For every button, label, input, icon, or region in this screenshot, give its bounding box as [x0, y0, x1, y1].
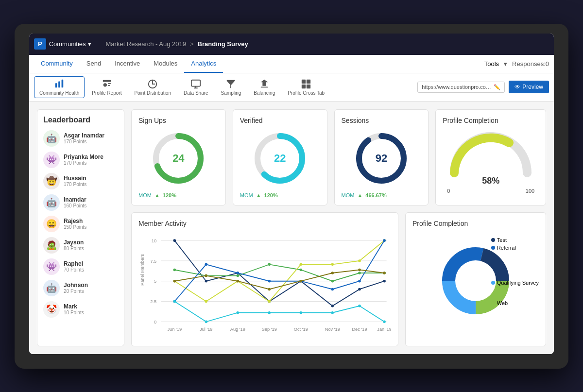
- svg-point-72: [205, 274, 208, 277]
- signups-value: 24: [172, 152, 184, 165]
- svg-point-82: [268, 311, 271, 314]
- avatar: 🤡: [43, 301, 60, 318]
- member-activity-card: Member Activity 10 7.: [131, 212, 398, 346]
- leader-name: Jayson: [64, 239, 118, 246]
- svg-text:Sep '19: Sep '19: [262, 326, 277, 331]
- eye-icon: 👁: [514, 84, 520, 90]
- gauge-wrap: 58% 0 100: [447, 129, 534, 178]
- leader-info: Hussain 170 Points: [64, 175, 118, 187]
- verified-card: Verified 22 MOM: [233, 109, 327, 205]
- tool-sampling[interactable]: Sampling: [216, 76, 247, 98]
- leader-points: 20 Points: [64, 289, 118, 294]
- communities-button[interactable]: Communities ▾: [49, 40, 91, 48]
- svg-rect-13: [307, 84, 310, 88]
- leader-name: Asgar Inamdar: [64, 132, 118, 139]
- bottom-row: Member Activity 10 7.: [131, 212, 546, 346]
- svg-text:Dec '19: Dec '19: [352, 326, 367, 331]
- activity-title: Member Activity: [138, 220, 391, 227]
- breadcrumb-item-2: Branding Survey: [198, 40, 248, 48]
- sessions-title: Sessions: [342, 117, 422, 124]
- svg-point-49: [237, 274, 240, 277]
- leader-info: Inamdar 160 Points: [64, 196, 118, 208]
- svg-rect-0: [55, 83, 57, 87]
- svg-rect-8: [191, 80, 200, 86]
- svg-point-84: [331, 311, 334, 314]
- profile-pie-card: Profile Completion: [405, 212, 546, 346]
- legend-test: Test: [491, 237, 539, 243]
- svg-point-61: [358, 259, 361, 262]
- laptop-screen: P Communities ▾ Market Research - Aug 20…: [29, 34, 554, 354]
- breadcrumb-item-1[interactable]: Market Research - Aug 2019: [106, 40, 186, 48]
- nav-incentive[interactable]: Incentive: [108, 54, 147, 73]
- svg-rect-12: [302, 84, 306, 88]
- svg-point-47: [173, 268, 176, 271]
- tool-community-health[interactable]: Community Health: [34, 76, 85, 98]
- svg-point-74: [268, 288, 271, 290]
- svg-point-44: [331, 305, 334, 307]
- tools-button[interactable]: Tools: [484, 60, 499, 68]
- leader-points: 170 Points: [64, 182, 118, 187]
- svg-text:Aug '19: Aug '19: [230, 326, 245, 331]
- list-item: 🤖 Asgar Inamdar 170 Points: [43, 130, 118, 147]
- svg-point-85: [358, 305, 361, 307]
- tool-point-distribution[interactable]: Point Distribution: [129, 76, 176, 98]
- svg-point-64: [205, 263, 208, 266]
- toolbar-right: https://www.questionpro.com/t/APNIFZ ✏️ …: [417, 81, 549, 93]
- leader-points: 160 Points: [64, 203, 118, 208]
- nav-send[interactable]: Send: [80, 54, 108, 73]
- leader-info: Mark 10 Points: [64, 303, 118, 315]
- tool-data-share[interactable]: Data Share: [178, 76, 214, 98]
- list-item: 👾 Priyanka More 170 Points: [43, 152, 118, 168]
- signups-footer: MOM ▲ 120%: [138, 192, 219, 198]
- nav-modules[interactable]: Modules: [147, 54, 184, 73]
- leader-name: Mark: [64, 303, 118, 310]
- svg-point-45: [358, 288, 361, 290]
- url-bar[interactable]: https://www.questionpro.com/t/APNIFZ ✏️: [417, 82, 505, 93]
- leader-name: Hussain: [64, 175, 118, 182]
- svg-point-79: [173, 300, 176, 303]
- breadcrumb: Market Research - Aug 2019 > Branding Su…: [106, 40, 248, 48]
- tool-profile-report[interactable]: Profile Report: [86, 76, 127, 98]
- sessions-value: 92: [376, 152, 387, 165]
- laptop-frame: P Communities ▾ Market Research - Aug 20…: [15, 24, 568, 369]
- verified-title: Verified: [240, 117, 320, 124]
- sessions-circle-area: 92: [342, 129, 422, 187]
- svg-point-77: [358, 268, 361, 271]
- sub-nav: Community Send Incentive Modules Analyti…: [29, 55, 554, 73]
- tool-profile-cross-tab[interactable]: Profile Cross Tab: [282, 76, 330, 98]
- avatar: 😀: [43, 216, 60, 232]
- svg-point-46: [383, 279, 386, 282]
- svg-text:Oct '19: Oct '19: [294, 326, 308, 331]
- legend-referral: Referral: [491, 245, 539, 251]
- svg-point-92: [455, 260, 496, 301]
- leaderboard-title: Leaderboard: [43, 116, 118, 124]
- leader-points: 170 Points: [64, 139, 118, 144]
- brand-initial: P: [38, 40, 42, 48]
- list-item: 🤖 Inamdar 160 Points: [43, 194, 118, 211]
- legend-web: Web: [491, 300, 539, 306]
- nav-community[interactable]: Community: [34, 54, 80, 73]
- preview-button[interactable]: 👁 Preview: [509, 81, 549, 93]
- leader-name: Johnson: [64, 282, 118, 289]
- signups-title: Sign Ups: [138, 117, 219, 124]
- svg-point-69: [358, 279, 361, 282]
- avatar: 🧟: [43, 237, 60, 254]
- leader-info: Asgar Inamdar 170 Points: [64, 132, 118, 144]
- edit-icon[interactable]: ✏️: [494, 84, 500, 90]
- signups-card: Sign Ups 24 MOM: [131, 109, 226, 205]
- svg-point-70: [383, 239, 386, 242]
- tool-balancing[interactable]: Balancing: [248, 76, 280, 98]
- svg-text:10: 10: [152, 238, 156, 243]
- main-content: Leaderboard 🤖 Asgar Inamdar 170 Points 👾…: [29, 102, 554, 354]
- legend-qualifying: Qualifying Survey: [491, 280, 539, 286]
- verified-footer: MOM ▲ 120%: [240, 192, 320, 198]
- avatar: 👾: [43, 152, 60, 168]
- svg-point-78: [383, 272, 386, 274]
- nav-analytics[interactable]: Analytics: [184, 54, 223, 73]
- svg-point-51: [300, 268, 303, 271]
- top-nav: P Communities ▾ Market Research - Aug 20…: [29, 34, 554, 55]
- sessions-footer: MOM ▲ 466.67%: [342, 192, 422, 198]
- leader-points: 80 Points: [64, 246, 118, 251]
- brand-logo[interactable]: P: [34, 38, 46, 50]
- svg-text:Jun '19: Jun '19: [167, 326, 182, 331]
